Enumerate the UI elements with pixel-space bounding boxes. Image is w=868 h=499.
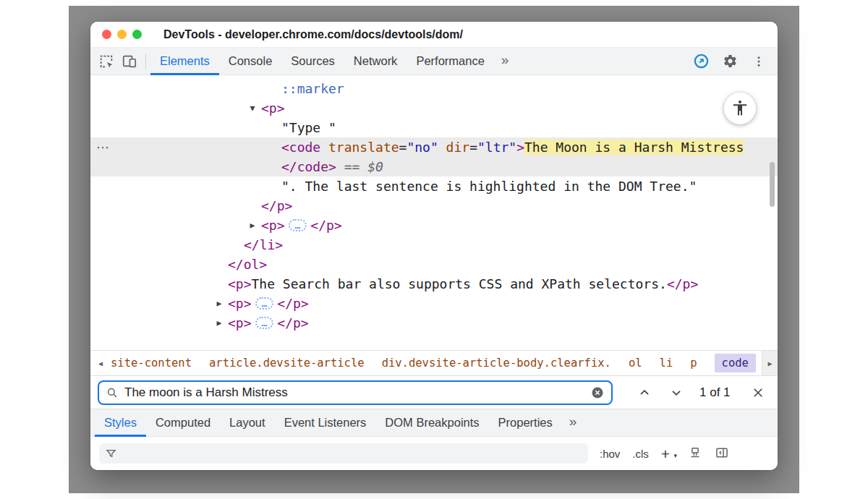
dom-tree-line[interactable]: ::marker — [90, 79, 778, 98]
breadcrumb-item-ol[interactable]: ol — [629, 357, 642, 370]
styles-toolbar-buttons: :hov .cls + ▾ — [600, 445, 729, 462]
dom-token-tag: > — [516, 140, 524, 155]
dom-tree-line[interactable]: </ol> — [90, 255, 778, 274]
accessibility-person-icon — [731, 99, 749, 118]
dom-tree-line[interactable]: </code> == $0 — [90, 157, 778, 176]
dom-token-meta-italic: $0 — [367, 159, 383, 174]
panel-tabs: StylesComputedLayoutEvent ListenersDOM B… — [95, 409, 562, 437]
chevron-up-icon — [637, 385, 652, 400]
minimize-window-button[interactable] — [117, 30, 127, 39]
plus-icon: + — [661, 445, 670, 462]
toggle-sidebar-button[interactable] — [715, 445, 729, 462]
devtools-toolbar: ElementsConsoleSourcesNetworkPerformance… — [90, 48, 778, 75]
inspect-element-button[interactable] — [95, 50, 118, 73]
dom-token-tag: <p> — [261, 218, 285, 233]
dom-tree-line[interactable]: ▸<p>…</p> — [90, 216, 778, 235]
breadcrumb-scroll-right-button[interactable]: ▶ — [762, 351, 778, 375]
vertical-scrollbar[interactable] — [770, 162, 775, 207]
breadcrumb-scroll-left-button[interactable]: ◀ — [90, 359, 111, 367]
dom-tree-line[interactable]: </p> — [90, 196, 778, 216]
breadcrumb-item-code[interactable]: code — [715, 354, 756, 372]
tab-performance[interactable]: Performance — [407, 48, 493, 75]
dom-token-highlight: The Moon is a Harsh Mistress — [524, 140, 744, 155]
tab-network[interactable]: Network — [344, 48, 407, 75]
settings-button[interactable] — [718, 50, 741, 73]
dom-tree-line[interactable]: ▾<p> — [90, 98, 778, 118]
dom-token-attr: dir — [438, 140, 469, 155]
disclosure-right-icon[interactable]: ▸ — [246, 216, 259, 235]
device-toolbar-button[interactable] — [118, 50, 141, 73]
accessibility-overlay-button[interactable] — [724, 93, 756, 124]
main-menu-button[interactable] — [747, 50, 770, 73]
search-box[interactable] — [98, 380, 613, 405]
disclosure-right-icon[interactable]: ▸ — [213, 294, 226, 313]
chevron-right-icon: ▶ — [767, 359, 772, 367]
devtools-tabs: ElementsConsoleSourcesNetworkPerformance — [150, 48, 494, 75]
dom-tree-line[interactable]: </li> — [90, 235, 778, 255]
tab-console[interactable]: Console — [219, 48, 282, 75]
element-classes-button[interactable]: .cls — [632, 448, 649, 460]
disclosure-down-icon[interactable]: ▾ — [246, 98, 259, 118]
dom-token-pseudo: ::marker — [281, 81, 344, 96]
toolbar-right-controls — [689, 50, 773, 73]
dom-tree-line[interactable]: "Type " — [90, 118, 778, 137]
dom-token-meta: == — [336, 159, 367, 174]
dom-token-tag: </p> — [277, 315, 308, 330]
tab-elements[interactable]: Elements — [150, 48, 219, 75]
panel-tab-properties[interactable]: Properties — [489, 409, 562, 437]
dom-token-tag: </code> — [281, 159, 336, 174]
disclosure-right-icon[interactable]: ▸ — [213, 313, 226, 333]
sidebar-panel-tab-bar: StylesComputedLayoutEvent ListenersDOM B… — [90, 409, 778, 437]
rendering-emulation-button[interactable] — [688, 445, 702, 462]
inline-expand-button[interactable]: … — [255, 317, 274, 329]
device-toolbar-icon — [122, 54, 137, 69]
dom-token-tag: </li> — [244, 237, 283, 252]
dom-token-tag: <p> — [228, 276, 252, 291]
clear-search-icon[interactable] — [590, 385, 605, 400]
close-window-button[interactable] — [102, 30, 111, 39]
breadcrumb-item-p[interactable]: p — [690, 357, 697, 370]
breadcrumb-item-div-devsite-article-body-clearfix[interactable]: div.devsite-article-body.clearfix. — [382, 357, 611, 370]
breadcrumb-item-article-devsite-article[interactable]: article.devsite-article — [209, 357, 365, 370]
panel-tab-styles[interactable]: Styles — [95, 409, 146, 437]
zoom-window-button[interactable] — [132, 30, 142, 39]
search-controls: 1 of 1 — [629, 380, 773, 405]
styles-filter-field[interactable] — [99, 443, 588, 464]
previous-match-button[interactable] — [629, 380, 660, 405]
inline-expand-button[interactable]: … — [255, 297, 274, 310]
panel-tab-dom-breakpoints[interactable]: DOM Breakpoints — [375, 409, 488, 437]
dom-tree-line[interactable]: ". The last sentence is highlighted in t… — [90, 176, 778, 196]
dom-token-tag: <p> — [228, 315, 252, 330]
dom-tree-line[interactable]: ▸<p>…</p> — [90, 294, 778, 313]
next-match-button[interactable] — [660, 380, 692, 405]
panel-tab-event-listeners[interactable]: Event Listeners — [275, 409, 376, 437]
overflow-menu-icon[interactable]: ⋯ — [96, 137, 109, 157]
kebab-menu-icon — [752, 55, 765, 68]
breadcrumb-item-site-content[interactable]: site-content — [111, 357, 192, 370]
traffic-lights — [102, 30, 142, 39]
search-icon — [106, 386, 119, 399]
dom-tree-line[interactable]: <p>The Search bar also supports CSS and … — [90, 274, 778, 294]
inline-expand-button[interactable]: … — [289, 219, 307, 231]
tab-sources[interactable]: Sources — [281, 48, 344, 75]
dom-token-attr: translate — [320, 140, 399, 155]
breadcrumb-item-li[interactable]: li — [660, 357, 673, 370]
dom-tree-panel: ::marker▾<p>"Type "⋯<code translate="no"… — [90, 75, 778, 350]
dom-token-text: ". The last sentence is highlighted in t… — [281, 179, 697, 194]
new-style-rule-button[interactable]: + ▾ — [661, 446, 676, 461]
search-input[interactable] — [124, 385, 584, 400]
toolbar-divider — [145, 54, 146, 69]
window-titlebar: DevTools - developer.chrome.com/docs/dev… — [90, 22, 778, 48]
more-tabs-button[interactable]: » — [494, 52, 516, 70]
plug-icon — [688, 445, 702, 460]
dom-token-value: "ltr" — [477, 140, 516, 155]
dom-tree-line[interactable]: ⋯<code translate="no" dir="ltr">The Moon… — [90, 137, 778, 157]
extension-button[interactable] — [689, 50, 712, 73]
dom-tree-line[interactable]: ▸<p>…</p> — [90, 313, 778, 333]
more-panel-tabs-button[interactable]: » — [562, 414, 584, 432]
close-search-button[interactable] — [744, 380, 773, 405]
panel-tab-computed[interactable]: Computed — [146, 409, 220, 437]
toggle-element-state-button[interactable]: :hov — [600, 448, 620, 460]
styles-toolbar: :hov .cls + ▾ — [90, 437, 778, 470]
panel-tab-layout[interactable]: Layout — [220, 409, 275, 437]
